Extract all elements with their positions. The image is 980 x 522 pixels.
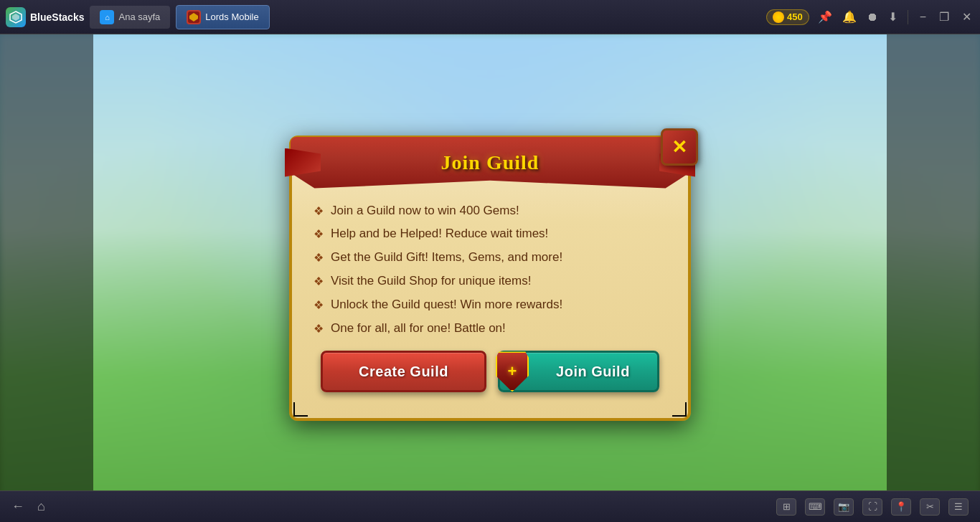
bullet-text-5: Unlock the Guild quest! Win more rewards… <box>331 297 562 313</box>
brand-label: BlueStacks <box>30 11 84 23</box>
diamond-icon-2: ❖ <box>314 227 324 242</box>
diamond-icon-5: ❖ <box>314 298 324 313</box>
dialog-content: ❖ Join a Guild now to win 400 Gems! ❖ He… <box>292 189 688 419</box>
close-button[interactable]: ✕ <box>959 9 974 25</box>
home-tab-icon: ⌂ <box>100 10 114 24</box>
create-guild-button[interactable]: Create Guild <box>321 351 486 392</box>
bottom-right-icons: ⊞ ⌨ 📷 ⛶ 📍 ✂ ☰ <box>776 498 969 516</box>
bottom-nav-icons: ← ⌂ <box>11 499 45 514</box>
tab-game-label: Lords Mobile <box>205 11 258 22</box>
diamond-icon-4: ❖ <box>314 275 324 290</box>
tab-home[interactable]: ⌂ Ana sayfa <box>90 6 170 29</box>
shield-plus-icon: + <box>508 362 517 381</box>
bell-icon[interactable]: 🔔 <box>842 10 857 24</box>
pin-icon[interactable]: 📌 <box>818 10 832 24</box>
coin-icon <box>773 11 784 23</box>
join-guild-shield-icon: + <box>494 350 531 393</box>
tab-home-label: Ana sayfa <box>118 11 160 22</box>
window-controls: − ❐ ✕ <box>917 9 974 25</box>
keyboard-icon[interactable]: ⌨ <box>805 498 825 516</box>
corner-bl <box>293 402 308 417</box>
coin-amount: 450 <box>787 11 803 22</box>
bullet-item-3: ❖ Get the Guild Gift! Items, Gems, and m… <box>314 250 666 266</box>
minimize-button[interactable]: − <box>917 9 929 25</box>
bullet-text-2: Help and be Helped! Reduce wait times! <box>331 226 548 242</box>
bluestacks-icon <box>6 7 26 27</box>
location-icon[interactable]: 📍 <box>891 498 911 516</box>
bullet-text-4: Visit the Guild Shop for unique items! <box>331 273 531 289</box>
taskbar-right: 450 📌 🔔 ⏺ ⬇ − ❐ ✕ <box>766 9 974 25</box>
close-dialog-button[interactable]: ✕ <box>661 128 698 166</box>
close-x-icon: ✕ <box>672 138 687 156</box>
bullet-item-5: ❖ Unlock the Guild quest! Win more rewar… <box>314 297 666 313</box>
bullet-item-6: ❖ One for all, all for one! Battle on! <box>314 321 666 337</box>
tab-game[interactable]: Lords Mobile <box>176 5 269 29</box>
fullscreen-icon[interactable]: ⛶ <box>862 498 882 516</box>
bullet-item-4: ❖ Visit the Guild Shop for unique items! <box>314 273 666 290</box>
game-area: ✕ Join Guild ❖ Join a Guild now to win 4… <box>0 34 980 522</box>
bullet-text-3: Get the Guild Gift! Items, Gems, and mor… <box>331 250 562 265</box>
menu-icon[interactable]: ☰ <box>948 498 969 516</box>
coin-badge: 450 <box>766 9 809 25</box>
shield-shape: + <box>496 351 529 392</box>
home-icon[interactable]: ⌂ <box>37 499 45 514</box>
toolbar-icons: 📌 🔔 ⏺ ⬇ <box>818 10 908 24</box>
bluestacks-logo: BlueStacks <box>6 7 84 27</box>
download-icon[interactable]: ⬇ <box>888 10 897 24</box>
bullet-text-1: Join a Guild now to win 400 Gems! <box>331 203 519 219</box>
bottom-taskbar: ← ⌂ ⊞ ⌨ 📷 ⛶ 📍 ✂ ☰ <box>0 490 980 522</box>
dialog-title: Join Guild <box>441 151 540 174</box>
divider <box>908 10 908 24</box>
bullet-item-1: ❖ Join a Guild now to win 400 Gems! <box>314 203 666 219</box>
bullet-item-2: ❖ Help and be Helped! Reduce wait times! <box>314 226 666 242</box>
dialog-title-banner: Join Guild <box>291 137 689 189</box>
top-taskbar: BlueStacks ⌂ Ana sayfa Lords Mobile 450 … <box>0 0 980 34</box>
bullet-list: ❖ Join a Guild now to win 400 Gems! ❖ He… <box>314 203 666 337</box>
record-icon[interactable]: ⏺ <box>867 11 878 24</box>
diamond-icon-3: ❖ <box>314 251 324 266</box>
corner-br <box>672 402 687 417</box>
game-tab-icon <box>187 10 201 24</box>
dialog-overlay: ✕ Join Guild ❖ Join a Guild now to win 4… <box>0 34 980 522</box>
scissors-icon[interactable]: ✂ <box>920 498 940 516</box>
diamond-icon-1: ❖ <box>314 204 324 219</box>
restore-button[interactable]: ❐ <box>936 9 952 25</box>
join-guild-wrapper: + Join Guild <box>498 351 659 392</box>
bullet-text-6: One for all, all for one! Battle on! <box>331 321 506 336</box>
camera-icon[interactable]: 📷 <box>834 498 854 516</box>
diamond-icon-6: ❖ <box>314 322 324 337</box>
grid-icon[interactable]: ⊞ <box>776 498 796 516</box>
dialog-buttons: Create Guild + Join Guild <box>314 351 666 407</box>
svg-marker-1 <box>12 14 19 21</box>
join-guild-dialog: ✕ Join Guild ❖ Join a Guild now to win 4… <box>289 136 691 422</box>
back-icon[interactable]: ← <box>11 499 24 514</box>
